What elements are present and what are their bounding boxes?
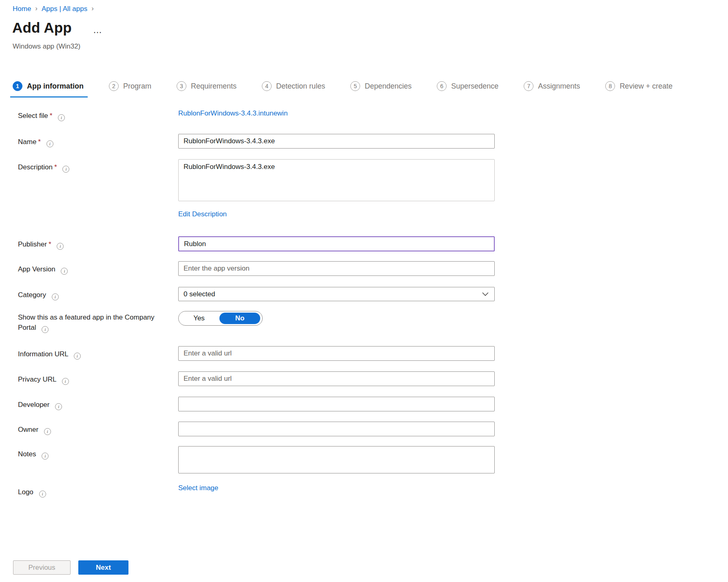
step-number-badge: 6 <box>437 81 447 91</box>
privacy-url-label: Privacy URL i <box>18 374 159 385</box>
toggle-option-no[interactable]: No <box>219 313 260 324</box>
page-title: Add App <box>12 20 72 36</box>
name-input[interactable] <box>178 134 495 149</box>
privacy-url-input[interactable] <box>178 371 495 386</box>
developer-label: Developer i <box>18 400 159 410</box>
info-icon[interactable]: i <box>57 243 64 250</box>
info-icon[interactable]: i <box>62 166 69 173</box>
step-label: Review + create <box>620 82 673 91</box>
step-number-badge: 3 <box>177 81 186 91</box>
developer-input[interactable] <box>178 397 495 411</box>
step-label: Dependencies <box>365 82 412 91</box>
step-number-badge: 2 <box>109 81 119 91</box>
step-program[interactable]: 2 Program <box>106 81 155 98</box>
publisher-input[interactable] <box>178 236 495 251</box>
notes-label: Notes i <box>18 449 159 460</box>
step-label: Assignments <box>538 82 580 91</box>
breadcrumb-chevron-icon: › <box>35 4 38 13</box>
step-detection-rules[interactable]: 4 Detection rules <box>259 81 329 98</box>
select-file-label: Select file* i <box>18 111 159 121</box>
logo-label: Logo i <box>18 487 159 498</box>
breadcrumb-all-apps-link[interactable]: Apps | All apps <box>42 5 87 13</box>
info-icon[interactable]: i <box>55 403 62 410</box>
breadcrumb-home-link[interactable]: Home <box>13 5 31 13</box>
info-icon[interactable]: i <box>61 268 68 275</box>
information-url-label: Information URL i <box>18 349 159 360</box>
required-marker: * <box>54 163 57 171</box>
featured-label: Show this as a featured app in the Compa… <box>18 312 159 333</box>
next-button[interactable]: Next <box>78 560 128 575</box>
info-icon[interactable]: i <box>74 353 81 360</box>
required-marker: * <box>38 138 41 146</box>
step-label: Detection rules <box>276 82 325 91</box>
info-icon[interactable]: i <box>44 428 51 435</box>
step-label: Requirements <box>191 82 237 91</box>
wizard-steps: 1 App information 2 Program 3 Requiremen… <box>10 81 695 98</box>
page-subtitle: Windows app (Win32) <box>13 42 80 51</box>
step-dependencies[interactable]: 5 Dependencies <box>348 81 416 98</box>
info-icon[interactable]: i <box>42 453 49 460</box>
edit-description-link[interactable]: Edit Description <box>178 210 227 218</box>
step-number-badge: 5 <box>350 81 360 91</box>
add-app-page: Home › Apps | All apps › Add App … Windo… <box>0 0 728 582</box>
breadcrumb: Home › Apps | All apps › <box>13 5 94 13</box>
name-label: Name* i <box>18 137 159 147</box>
step-number-badge: 4 <box>262 81 272 91</box>
required-marker: * <box>50 112 53 120</box>
description-textarea[interactable]: RublonForWindows-3.4.3.exe <box>178 159 495 201</box>
step-label: Supersedence <box>451 82 498 91</box>
description-label: Description* i <box>18 162 159 173</box>
info-icon[interactable]: i <box>62 378 69 385</box>
information-url-input[interactable] <box>178 346 495 361</box>
chevron-down-icon <box>482 292 489 296</box>
owner-label: Owner i <box>18 424 159 435</box>
step-label: Program <box>123 82 151 91</box>
info-icon[interactable]: i <box>46 140 53 147</box>
app-version-label: App Version i <box>18 264 159 275</box>
step-requirements[interactable]: 3 Requirements <box>174 81 241 98</box>
step-number-badge: 8 <box>605 81 615 91</box>
toggle-option-yes[interactable]: Yes <box>179 311 219 325</box>
step-review-create[interactable]: 8 Review + create <box>603 81 677 98</box>
step-assignments[interactable]: 7 Assignments <box>521 81 584 98</box>
step-supersedence[interactable]: 6 Supersedence <box>434 81 502 98</box>
owner-input[interactable] <box>178 422 495 436</box>
step-app-information[interactable]: 1 App information <box>10 81 88 98</box>
select-file-link[interactable]: RublonForWindows-3.4.3.intunewin <box>178 109 288 118</box>
info-icon[interactable]: i <box>42 326 49 333</box>
required-marker: * <box>49 240 51 248</box>
previous-button[interactable]: Previous <box>13 560 71 575</box>
step-label: App information <box>27 82 84 91</box>
info-icon[interactable]: i <box>58 114 65 121</box>
info-icon[interactable]: i <box>52 293 59 300</box>
publisher-label: Publisher* i <box>18 239 159 250</box>
app-version-input[interactable] <box>178 261 495 276</box>
breadcrumb-chevron-icon: › <box>91 4 94 13</box>
category-selected-value: 0 selected <box>184 290 215 298</box>
step-number-badge: 1 <box>13 81 22 91</box>
step-number-badge: 7 <box>524 81 533 91</box>
notes-textarea[interactable] <box>178 446 495 473</box>
info-icon[interactable]: i <box>39 491 46 498</box>
category-select[interactable]: 0 selected <box>178 287 495 301</box>
more-menu-button[interactable]: … <box>91 25 105 35</box>
featured-toggle[interactable]: Yes No <box>178 311 263 326</box>
category-label: Category i <box>18 290 159 300</box>
select-image-link[interactable]: Select image <box>178 484 218 492</box>
